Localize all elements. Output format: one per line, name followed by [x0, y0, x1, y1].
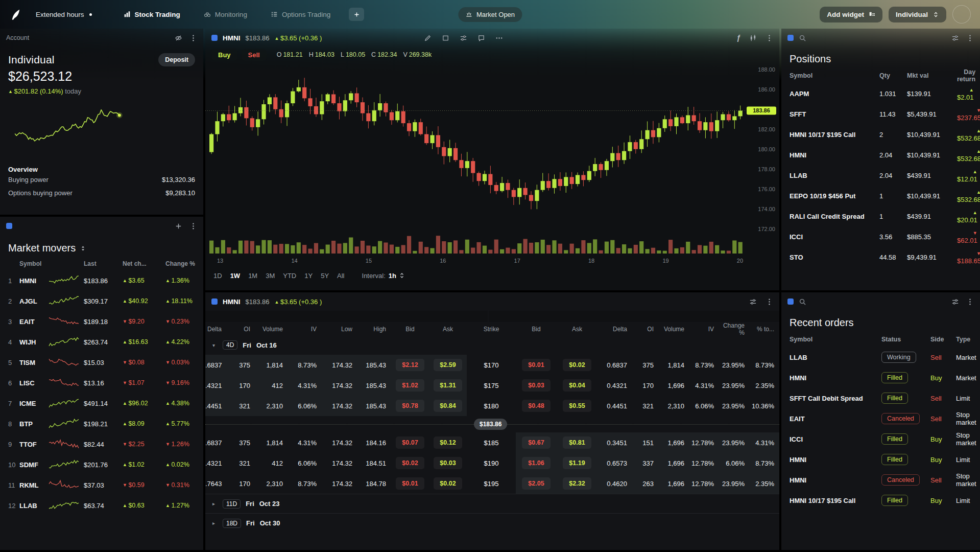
account-selector-dropdown[interactable]: Individual	[889, 7, 946, 22]
table-row[interactable]: .43213214126.06%174.32184.51$0.02$0.03$1…	[205, 453, 779, 473]
avatar[interactable]	[952, 5, 971, 24]
timeframe-1w[interactable]: 1W	[230, 272, 241, 280]
timeframe-3m[interactable]: 3M	[266, 272, 275, 280]
table-row[interactable]: HMNICanceledSellStop market	[781, 470, 980, 490]
more-tools-button[interactable]	[495, 34, 503, 42]
ask-chip[interactable]: $0.12	[434, 436, 462, 449]
ask-chip[interactable]: $1.19	[563, 457, 591, 469]
orders-settings-button[interactable]	[951, 298, 959, 306]
table-row[interactable]: HMNI 10/17 $195 Call2$10,439.91$532.68	[781, 124, 980, 145]
table-row[interactable]: HMNI 10/17 $195 CallFilledBuyLimit	[781, 490, 980, 511]
list-item[interactable]: 8BTP$198.21$8.095.77%	[0, 413, 203, 434]
bid-chip[interactable]: $0.03	[522, 379, 551, 392]
candlestick-chart[interactable]: 188.00186.00184.00182.00180.00178.00176.…	[205, 62, 779, 267]
bid-chip[interactable]: $1.06	[522, 457, 551, 469]
expiry-group-row[interactable]: ▸18DFriOct 30	[205, 513, 779, 533]
movers-menu-button[interactable]	[189, 222, 197, 230]
list-item[interactable]: 12LLAB$63.74$0.631.27%	[0, 495, 203, 516]
positions-settings-button[interactable]	[951, 34, 959, 42]
tab-options-trading[interactable]: Options Trading	[271, 11, 330, 18]
widget-handle-icon[interactable]	[6, 223, 12, 229]
chart-type-button[interactable]	[749, 34, 757, 42]
widget-handle-icon[interactable]	[211, 35, 218, 41]
timeframe-5y[interactable]: 5Y	[321, 272, 329, 280]
movers-sort-button[interactable]	[81, 245, 85, 251]
deposit-button[interactable]: Deposit	[158, 53, 195, 66]
widget-handle-icon[interactable]	[787, 298, 794, 305]
table-row[interactable]: .68373751,8144.31%174.32184.16$0.07$0.12…	[205, 432, 779, 453]
table-row[interactable]: HMNI2.04$10,439.91$532.68	[781, 145, 980, 165]
ask-chip[interactable]: $0.04	[563, 379, 591, 392]
table-row[interactable]: SFFT Call Debit SpreadFilledSellLimit	[781, 388, 980, 408]
table-row[interactable]: .44513212,3106.06%174.32185.43$0.78$0.84…	[205, 396, 779, 416]
comment-tool-button[interactable]	[477, 34, 485, 42]
list-item[interactable]: 4WIJH$263.74$16.634.22%	[0, 332, 203, 352]
account-menu-button[interactable]	[189, 34, 197, 42]
timeframe-1y[interactable]: 1Y	[304, 272, 313, 280]
ask-chip[interactable]: $1.31	[434, 379, 462, 392]
bid-chip[interactable]: $0.48	[522, 400, 551, 412]
table-row[interactable]: .43211704124.31%174.32185.43$1.02$1.31$1…	[205, 375, 779, 396]
ask-chip[interactable]: $0.81	[563, 436, 591, 449]
ask-chip[interactable]: $0.84	[434, 400, 462, 412]
table-row[interactable]: .76431702,3108.73%174.32184.78$0.01$0.02…	[205, 473, 779, 494]
list-item[interactable]: 1HMNI$183.86$3.651.36%	[0, 270, 203, 291]
timeframe-1d[interactable]: 1D	[213, 272, 222, 280]
ask-chip[interactable]: $0.02	[563, 359, 591, 371]
list-item[interactable]: 11RKML$37.03$0.590.31%	[0, 475, 203, 495]
table-row[interactable]: LLABWorkingSellMarket	[781, 347, 980, 367]
table-row[interactable]: LLAB2.04$439.91$12.01	[781, 165, 980, 186]
shape-tool-button[interactable]	[442, 34, 449, 42]
table-row[interactable]: RALI Call Credit Spread1$439.91$20.01	[781, 206, 980, 226]
tab-stock-trading[interactable]: Stock Trading	[124, 11, 180, 18]
table-row[interactable]: .68373751,8148.73%174.32185.43$2.12$2.59…	[205, 355, 779, 375]
table-row[interactable]: EAITCanceledSellStop market	[781, 408, 980, 429]
timeframe-ytd[interactable]: YTD	[283, 272, 296, 280]
bid-chip[interactable]: $0.01	[522, 359, 551, 371]
orders-menu-button[interactable]	[966, 298, 974, 306]
chain-settings-button[interactable]	[749, 298, 757, 306]
table-row[interactable]: AAPM1.031$139.91$2.01	[781, 83, 980, 104]
table-row[interactable]: EEPO 10/19 $456 Put1$10,439.91$532.68	[781, 186, 980, 206]
interval-selector[interactable]: Interval:1h	[362, 272, 404, 280]
app-logo-icon[interactable]	[9, 8, 22, 21]
timeframe-1m[interactable]: 1M	[248, 272, 257, 280]
table-row[interactable]: STO44.58$9,439.91$188.65	[781, 247, 980, 267]
timeframe-all[interactable]: All	[337, 272, 344, 280]
list-item[interactable]: 2AJGL$309.17$40.9218.11%	[0, 291, 203, 311]
expiry-group-row[interactable]: ▸11DFriOct 23	[205, 494, 779, 513]
tab-monitoring[interactable]: Monitoring	[204, 11, 247, 18]
ask-chip[interactable]: $2.59	[434, 359, 462, 371]
positions-search-button[interactable]	[799, 34, 806, 42]
list-item[interactable]: 3EAIT$189.18$9.200.23%	[0, 311, 203, 332]
widget-handle-icon[interactable]	[211, 298, 218, 305]
bid-chip[interactable]: $0.67	[522, 436, 551, 449]
expiry-group-row[interactable]: ▾4DFriOct 16	[205, 335, 779, 355]
indicators-fx-button[interactable]: ƒ	[736, 34, 740, 42]
bid-chip[interactable]: $0.07	[396, 436, 424, 449]
buy-button[interactable]: Buy	[211, 49, 237, 61]
add-widget-button[interactable]: Add widget	[820, 7, 882, 22]
chain-menu-button[interactable]	[766, 298, 773, 306]
ask-chip[interactable]: $2.32	[563, 477, 591, 490]
bid-chip[interactable]: $0.78	[396, 400, 424, 412]
bid-chip[interactable]: $1.02	[396, 379, 424, 392]
bid-chip[interactable]: $2.05	[522, 477, 551, 490]
table-row[interactable]: SFFT11.43$5,439.91$237.65	[781, 104, 980, 124]
ask-chip[interactable]: $0.03	[434, 457, 462, 469]
list-item[interactable]: 10SDMF$201.76$1.020.02%	[0, 454, 203, 475]
table-row[interactable]: ICCI3.56$885.35$62.01	[781, 226, 980, 247]
orders-search-button[interactable]	[799, 298, 806, 306]
table-row[interactable]: HMNIFilledBuyLimit	[781, 449, 980, 470]
indicator-settings-button[interactable]	[460, 34, 467, 42]
chart-menu-button[interactable]	[766, 34, 773, 42]
list-item[interactable]: 6LISC$13.16$1.079.16%	[0, 373, 203, 393]
bid-chip[interactable]: $0.02	[396, 457, 424, 469]
table-row[interactable]: ICCIFilledBuyStop market	[781, 429, 980, 449]
hide-balances-button[interactable]	[175, 34, 182, 42]
bid-chip[interactable]: $0.01	[396, 477, 424, 490]
add-tab-button[interactable]	[349, 8, 364, 21]
positions-menu-button[interactable]	[966, 34, 974, 42]
list-item[interactable]: 7ICME$491.14$96.024.38%	[0, 393, 203, 413]
widget-handle-icon[interactable]	[787, 35, 794, 41]
